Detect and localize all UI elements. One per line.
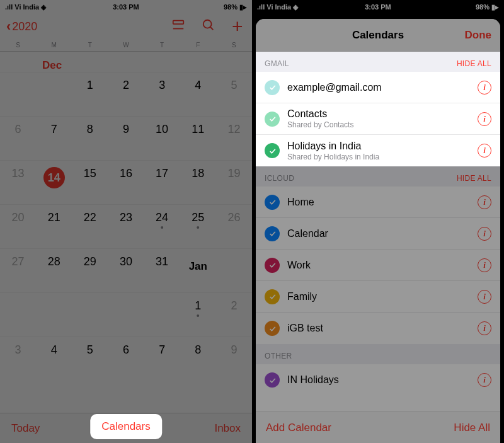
info-icon[interactable]: i (478, 144, 491, 158)
svg-line-3 (210, 27, 214, 30)
cal-day[interactable]: 15 (72, 160, 108, 204)
calendar-row[interactable]: Holidays in India Shared by Holidays in … (256, 135, 500, 166)
cal-day[interactable]: 6 (108, 337, 144, 381)
cal-day[interactable]: 22 (72, 204, 108, 248)
cal-day[interactable]: 4 (36, 337, 72, 381)
info-icon[interactable]: i (478, 258, 491, 272)
calendar-row[interactable]: iGB test i (256, 313, 500, 344)
done-button[interactable]: Done (465, 29, 492, 42)
cal-day[interactable]: 20 (0, 204, 36, 248)
cal-day[interactable] (36, 292, 72, 337)
cal-day[interactable]: 9 (216, 337, 252, 381)
cal-day[interactable]: 8 (180, 337, 216, 381)
info-icon[interactable]: i (478, 373, 491, 387)
cal-day[interactable] (0, 72, 36, 116)
other-list: IN Holidays i (256, 364, 500, 411)
weekday-header: S M T W T F S (0, 40, 252, 52)
cal-day[interactable]: 27 (0, 248, 36, 292)
cal-day[interactable]: 7 (36, 116, 72, 160)
cal-day[interactable]: 9 (108, 116, 144, 160)
checkmark-icon[interactable] (265, 80, 280, 95)
calendar-row[interactable]: IN Holidays i (256, 364, 500, 396)
checkmark-icon[interactable] (265, 112, 280, 127)
status-bar: .ıll Vi India ◈ 3:03 PM 98% ▮▸ (0, 0, 252, 13)
info-icon[interactable]: i (478, 195, 491, 209)
cal-day[interactable]: 3 (0, 337, 36, 381)
cal-day[interactable]: 30 (108, 248, 144, 292)
calendar-row[interactable]: Contacts Shared by Contacts i (256, 103, 500, 135)
cal-day[interactable]: 24• (144, 204, 180, 248)
cal-day[interactable]: 23 (108, 204, 144, 248)
cal-day[interactable]: 7 (144, 337, 180, 381)
sheet-header: Calendars Done (256, 19, 500, 52)
cal-day[interactable]: 21 (36, 204, 72, 248)
info-icon[interactable]: i (478, 81, 491, 95)
checkmark-icon[interactable] (265, 289, 280, 304)
info-icon[interactable]: i (478, 112, 491, 126)
cal-day[interactable] (36, 72, 72, 116)
calendar-row[interactable]: Family i (256, 281, 500, 313)
calendars-button[interactable]: Calendars (90, 414, 162, 439)
cal-day[interactable] (0, 292, 36, 337)
checkmark-icon[interactable] (265, 226, 280, 241)
cal-day[interactable]: 2 (216, 292, 252, 337)
status-time: 3:03 PM (113, 3, 139, 11)
cal-day[interactable] (216, 248, 252, 292)
cal-day[interactable]: 29 (72, 248, 108, 292)
cal-day[interactable] (108, 292, 144, 337)
hide-all-gmail[interactable]: HIDE ALL (457, 59, 491, 68)
checkmark-icon[interactable] (265, 372, 280, 388)
cal-day[interactable]: 25• (180, 204, 216, 248)
hide-all-button[interactable]: Hide All (454, 422, 490, 434)
section-title: ICLOUD (265, 174, 294, 183)
info-icon[interactable]: i (478, 290, 491, 304)
cal-day[interactable]: 19 (216, 160, 252, 204)
info-icon[interactable]: i (478, 227, 491, 241)
section-header-other: OTHER (256, 344, 500, 364)
inbox-button[interactable]: Inbox (214, 422, 241, 435)
cal-day[interactable]: 11 (180, 116, 216, 160)
signal-carrier: .ıll Vi India ◈ (5, 3, 46, 11)
cal-day[interactable]: 16 (108, 160, 144, 204)
calendar-month-screen: .ıll Vi India ◈ 3:03 PM 98% ▮▸ ‹ 2020 + … (0, 0, 252, 443)
cal-day[interactable]: 1 (72, 72, 108, 116)
cal-day[interactable]: 4 (180, 72, 216, 116)
checkmark-icon[interactable] (265, 321, 280, 336)
today-button[interactable]: Today (11, 422, 40, 435)
calendar-row[interactable]: Home i (256, 187, 500, 218)
cal-day[interactable]: 2 (108, 72, 144, 116)
calendar-grid[interactable]: 1 2 3 4 5 6 7 8 9 10 11 12 13 14 15 16 1… (0, 72, 252, 381)
cal-day[interactable]: 31 (144, 248, 180, 292)
cal-day[interactable]: 5 (216, 72, 252, 116)
cal-day[interactable]: 3 (144, 72, 180, 116)
cal-day[interactable]: 8 (72, 116, 108, 160)
cal-day[interactable]: 26 (216, 204, 252, 248)
cal-day[interactable]: 18 (180, 160, 216, 204)
search-icon[interactable] (202, 18, 215, 35)
chevron-left-icon: ‹ (6, 18, 11, 35)
calendar-row[interactable]: Calendar i (256, 218, 500, 250)
cal-day[interactable]: 13 (0, 160, 36, 204)
cal-day-today[interactable]: 14 (36, 160, 72, 204)
checkmark-icon[interactable] (265, 195, 280, 210)
calendar-row[interactable]: Work i (256, 250, 500, 281)
cal-day[interactable]: 1• (180, 292, 216, 337)
list-view-icon[interactable] (171, 18, 185, 35)
cal-day[interactable]: 17 (144, 160, 180, 204)
cal-day[interactable]: 12 (216, 116, 252, 160)
status-time: 3:03 PM (365, 3, 391, 11)
add-calendar-button[interactable]: Add Calendar (266, 422, 331, 434)
checkmark-icon[interactable] (265, 143, 280, 158)
cal-day[interactable]: 28 (36, 248, 72, 292)
cal-day[interactable]: 6 (0, 116, 36, 160)
calendar-row[interactable]: example@gmail.com i (256, 72, 500, 103)
cal-day[interactable] (72, 292, 108, 337)
cal-day[interactable]: 5 (72, 337, 108, 381)
cal-day[interactable] (144, 292, 180, 337)
hide-all-icloud[interactable]: HIDE ALL (457, 174, 491, 183)
add-event-button[interactable]: + (232, 20, 246, 33)
cal-day[interactable]: 10 (144, 116, 180, 160)
info-icon[interactable]: i (478, 321, 491, 335)
checkmark-icon[interactable] (265, 258, 280, 273)
back-year-button[interactable]: ‹ 2020 (6, 18, 37, 35)
